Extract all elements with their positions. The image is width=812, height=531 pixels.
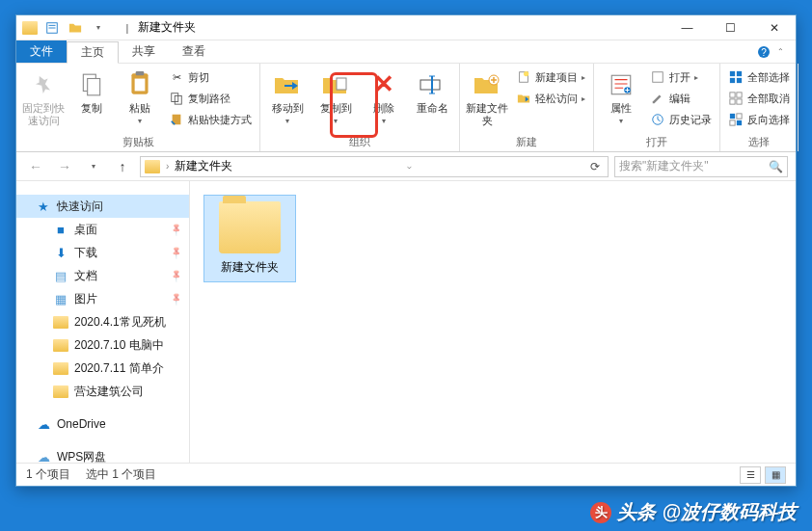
maximize-button[interactable]: ☐ xyxy=(709,15,752,40)
sidebar-item-quick-access[interactable]: ★快速访问 xyxy=(16,195,189,218)
svg-rect-23 xyxy=(653,72,663,83)
desktop-icon: ■ xyxy=(53,222,68,237)
group-organize: 移动到▾ 复制到▾ ✕ 删除▾ 重命名 组织 xyxy=(260,64,460,151)
group-new: 新建文件夹 新建项目 ▸ 轻松访问 ▸ 新建 xyxy=(460,64,594,151)
chevron-right-icon[interactable]: › xyxy=(166,161,169,172)
sidebar-item-downloads[interactable]: ⬇下载 xyxy=(16,241,189,264)
paste-button[interactable]: 粘贴 ▾ xyxy=(117,66,163,130)
group-open: 属性▾ 打开 ▸ 编辑 历史记录 打开 xyxy=(594,64,720,151)
search-placeholder: 搜索"新建文件夹" xyxy=(619,158,709,174)
qat-dropdown-icon[interactable]: ▾ xyxy=(88,18,109,38)
copy-to-button[interactable]: 复制到▾ xyxy=(312,66,359,130)
watermark-icon: 头 xyxy=(590,502,611,523)
sidebar-item-folder4[interactable]: 营达建筑公司 xyxy=(16,380,189,403)
address-bar[interactable]: › 新建文件夹 ⌵ ⟳ xyxy=(140,156,609,177)
svg-rect-9 xyxy=(135,79,146,92)
tab-view[interactable]: 查看 xyxy=(169,40,219,63)
search-input[interactable]: 搜索"新建文件夹" 🔍 xyxy=(614,156,788,177)
svg-rect-8 xyxy=(136,71,145,75)
svg-point-20 xyxy=(524,71,528,76)
paste-shortcut-button[interactable]: 粘贴快捷方式 xyxy=(169,110,252,129)
group-organize-label: 组织 xyxy=(264,133,455,151)
sidebar-item-wps[interactable]: ☁WPS网盘 xyxy=(16,445,189,463)
ribbon-help-icon[interactable]: ?⌃ xyxy=(744,40,796,63)
cloud-icon: ☁ xyxy=(36,449,51,463)
qat-new-folder-icon[interactable] xyxy=(65,18,86,38)
open-button[interactable]: 打开 ▸ xyxy=(650,67,712,87)
recent-locations-button[interactable]: ▾ xyxy=(82,155,105,178)
quick-access-toolbar: ▾ xyxy=(41,18,109,38)
sidebar-item-folder1[interactable]: 2020.4.1常见死机 xyxy=(16,310,189,333)
sidebar-item-desktop[interactable]: ■桌面 xyxy=(16,218,189,241)
history-button[interactable]: 历史记录 xyxy=(650,110,712,129)
content-area[interactable]: 新建文件夹 xyxy=(190,181,796,463)
folder-icon xyxy=(22,21,38,35)
copy-label: 复制 xyxy=(81,102,102,115)
new-item-button[interactable]: 新建项目 ▸ xyxy=(516,67,585,87)
ribbon: 固定到快速访问 复制 粘贴 ▾ ✂剪切 复制路径 粘贴快捷方式 剪贴板 xyxy=(16,64,796,152)
forward-button[interactable]: → xyxy=(53,155,76,178)
navigation-pane[interactable]: ★快速访问 ■桌面 ⬇下载 ▤文档 ▦图片 2020.4.1常见死机 2020.… xyxy=(16,181,190,463)
explorer-window: ▾ | 新建文件夹 — ☐ ✕ 文件 主页 共享 查看 ?⌃ 固定到快速访问 复… xyxy=(15,14,797,487)
pin-label: 固定到快速访问 xyxy=(22,102,65,127)
group-select: 全部选择 全部取消 反向选择 选择 xyxy=(720,64,798,151)
breadcrumb-dropdown[interactable]: ⌵ xyxy=(407,162,412,171)
tab-share[interactable]: 共享 xyxy=(119,40,169,63)
move-to-label: 移动到 xyxy=(272,102,304,115)
search-icon[interactable]: 🔍 xyxy=(769,160,783,173)
new-folder-button[interactable]: 新建文件夹 xyxy=(464,66,510,131)
up-button[interactable]: ↑ xyxy=(111,155,134,178)
sidebar-item-documents[interactable]: ▤文档 xyxy=(16,264,189,287)
titlebar[interactable]: ▾ | 新建文件夹 — ☐ ✕ xyxy=(16,15,796,40)
sidebar-item-folder3[interactable]: 2020.7.11 简单介 xyxy=(16,357,189,380)
minimize-button[interactable]: — xyxy=(665,15,709,40)
edit-button[interactable]: 编辑 xyxy=(650,89,712,108)
tab-home[interactable]: 主页 xyxy=(67,41,119,64)
paste-label: 粘贴 xyxy=(129,102,150,115)
svg-rect-30 xyxy=(737,93,742,97)
group-clipboard-label: 剪贴板 xyxy=(20,133,256,151)
select-all-button[interactable]: 全部选择 xyxy=(728,67,790,87)
delete-button[interactable]: ✕ 删除▾ xyxy=(361,66,407,130)
sidebar-item-folder2[interactable]: 2020.7.10 电脑中 xyxy=(16,333,189,357)
address-row: ← → ▾ ↑ › 新建文件夹 ⌵ ⟳ 搜索"新建文件夹" 🔍 xyxy=(16,152,796,181)
select-none-button[interactable]: 全部取消 xyxy=(728,89,790,108)
svg-rect-25 xyxy=(730,71,735,76)
file-item-folder[interactable]: 新建文件夹 xyxy=(203,195,296,282)
sidebar-item-pictures[interactable]: ▦图片 xyxy=(16,287,189,310)
tab-file[interactable]: 文件 xyxy=(16,40,67,63)
svg-rect-29 xyxy=(730,93,735,97)
folder-icon xyxy=(53,339,68,352)
move-to-button[interactable]: 移动到▾ xyxy=(264,66,311,130)
cut-button[interactable]: ✂剪切 xyxy=(169,67,252,87)
svg-rect-27 xyxy=(730,78,735,83)
refresh-button[interactable]: ⟳ xyxy=(586,160,604,173)
rename-button[interactable]: 重命名 xyxy=(409,66,455,119)
properties-button[interactable]: 属性▾ xyxy=(598,66,644,130)
copy-to-label: 复制到 xyxy=(320,102,352,115)
cloud-icon: ☁ xyxy=(36,416,51,432)
status-selected-count: 选中 1 个项目 xyxy=(86,466,156,483)
invert-selection-button[interactable]: 反向选择 xyxy=(728,110,790,129)
svg-rect-33 xyxy=(730,114,735,119)
group-open-label: 打开 xyxy=(598,133,716,151)
close-button[interactable]: ✕ xyxy=(752,15,796,40)
easy-access-button[interactable]: 轻松访问 ▸ xyxy=(516,89,585,108)
status-item-count: 1 个项目 xyxy=(26,466,70,483)
icons-view-button[interactable]: ▦ xyxy=(765,466,786,484)
watermark: 头 头条 @波仔数码科技 xyxy=(590,499,797,525)
window-title: 新建文件夹 xyxy=(138,19,665,36)
svg-rect-6 xyxy=(88,79,100,95)
qat-properties-icon[interactable] xyxy=(41,18,63,38)
pin-to-quick-access-button[interactable]: 固定到快速访问 xyxy=(20,66,67,131)
sidebar-item-onedrive[interactable]: ☁OneDrive xyxy=(16,412,189,436)
copy-path-button[interactable]: 复制路径 xyxy=(169,89,252,108)
document-icon: ▤ xyxy=(53,268,68,283)
delete-label: 删除 xyxy=(373,102,394,115)
status-bar: 1 个项目 选中 1 个项目 ☰ ▦ xyxy=(16,463,796,486)
breadcrumb-segment[interactable]: 新建文件夹 xyxy=(175,158,232,174)
details-view-button[interactable]: ☰ xyxy=(740,466,761,484)
copy-button[interactable]: 复制 xyxy=(68,66,115,119)
folder-icon xyxy=(53,362,68,375)
back-button[interactable]: ← xyxy=(24,155,47,178)
